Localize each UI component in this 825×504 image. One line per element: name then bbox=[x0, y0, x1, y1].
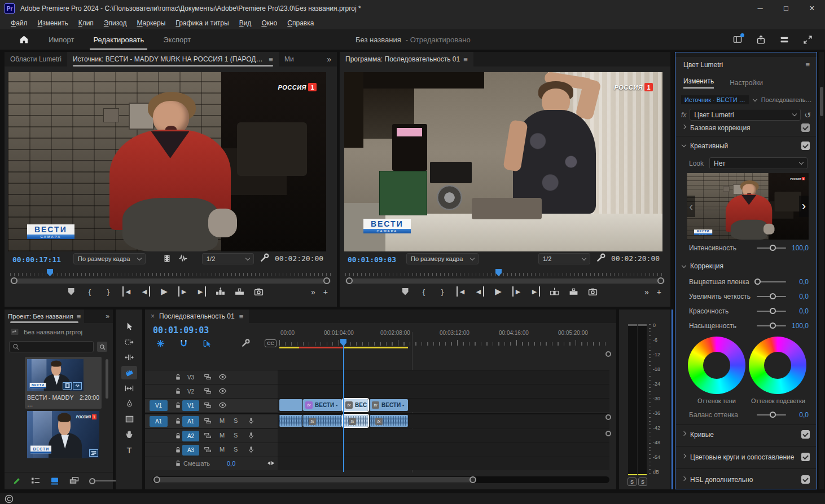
add-marker-button[interactable] bbox=[67, 286, 76, 297]
lumetri-clip-source[interactable]: Источник · ВЕСТИ … bbox=[681, 95, 749, 104]
source-settings-wrench-icon[interactable] bbox=[260, 253, 269, 263]
program-more-buttons-icon[interactable]: » bbox=[644, 288, 649, 297]
menu-graphics[interactable]: Графика и титры bbox=[170, 19, 234, 27]
lock-icon[interactable] bbox=[174, 446, 182, 454]
color-wheels-checkbox[interactable] bbox=[801, 453, 810, 461]
project-scrollbar[interactable] bbox=[106, 359, 108, 399]
program-video-frame[interactable]: РОССИЯ1 ВЕСТИСАМАРА bbox=[344, 72, 662, 251]
tab-sequence[interactable]: × Последовательность 01 ≡ bbox=[145, 310, 249, 323]
maximize-button[interactable]: □ bbox=[773, 0, 799, 17]
source-zoom-scrollbar[interactable] bbox=[10, 278, 331, 284]
program-time-ruler[interactable] bbox=[345, 269, 665, 276]
workspaces-icon[interactable] bbox=[779, 36, 789, 44]
sync-lock-icon[interactable] bbox=[204, 446, 212, 453]
tab-program-monitor[interactable]: Программа: Последовательность 01 ≡ bbox=[340, 52, 473, 67]
insert-button[interactable] bbox=[216, 286, 225, 297]
source-video-frame[interactable]: РОССИЯ1 ВЕСТИСАМАРА bbox=[8, 72, 326, 251]
tab-lumetri-scopes[interactable]: Области Lumetri bbox=[5, 52, 67, 67]
chevron-down-icon[interactable] bbox=[682, 263, 686, 267]
sync-lock-icon[interactable] bbox=[204, 387, 212, 395]
settings-waveform-icon[interactable] bbox=[178, 254, 188, 263]
share-export-icon[interactable] bbox=[756, 35, 766, 45]
export-frame-camera-icon[interactable] bbox=[588, 286, 598, 297]
section-curves[interactable]: Кривые bbox=[690, 431, 714, 439]
shadow-tint-wheel[interactable] bbox=[688, 337, 745, 394]
source-resolution-select[interactable]: 1/2 bbox=[202, 253, 254, 264]
go-to-out-button[interactable]: ▶ bbox=[531, 286, 540, 297]
lumetri-effect-select[interactable]: Цвет Lumetri bbox=[690, 109, 801, 121]
highlight-tint-wheel[interactable] bbox=[749, 337, 806, 394]
hsl-checkbox[interactable] bbox=[801, 475, 810, 484]
track-name-v1[interactable]: V1 bbox=[182, 400, 199, 411]
mute-button[interactable]: M bbox=[220, 432, 225, 439]
freeform-view-icon[interactable] bbox=[69, 477, 79, 485]
voiceover-mic-icon[interactable] bbox=[248, 417, 254, 425]
chevron-down-icon[interactable] bbox=[752, 96, 757, 101]
nest-sequence-icon[interactable] bbox=[156, 339, 165, 348]
step-back-button[interactable]: ◀ bbox=[475, 286, 484, 297]
export-frame-camera-icon[interactable] bbox=[254, 286, 264, 297]
close-tab-icon[interactable]: × bbox=[151, 312, 155, 320]
rectangle-tool[interactable] bbox=[121, 412, 137, 426]
section-correction[interactable]: Коррекция bbox=[690, 262, 723, 270]
source-more-buttons-icon[interactable]: » bbox=[311, 288, 315, 297]
panel-menu-icon[interactable]: ≡ bbox=[463, 55, 468, 64]
mute-button[interactable]: M bbox=[220, 446, 225, 453]
track-name-a1[interactable]: A1 bbox=[182, 416, 199, 427]
program-timecode[interactable]: 00:01:09:03 bbox=[348, 255, 396, 264]
basic-correction-checkbox[interactable] bbox=[801, 123, 810, 132]
captions-cc-icon[interactable]: CC bbox=[265, 339, 277, 347]
lumetri-panel-title[interactable]: Цвет Lumetri bbox=[683, 61, 723, 69]
creative-cloud-icon[interactable] bbox=[5, 494, 14, 503]
close-button[interactable]: × bbox=[799, 0, 825, 17]
tabbar-overflow-icon[interactable]: » bbox=[321, 52, 337, 67]
meter-solo-left-button[interactable]: S bbox=[627, 478, 637, 486]
timeline-vscroll-handle[interactable] bbox=[605, 431, 611, 436]
timeline-settings-wrench-icon[interactable] bbox=[241, 339, 250, 348]
solo-button[interactable]: S bbox=[234, 446, 238, 453]
chevron-right-icon[interactable] bbox=[682, 431, 686, 436]
mix-value[interactable]: 0,0 bbox=[227, 460, 235, 467]
section-creative[interactable]: Креативный bbox=[690, 142, 728, 150]
menu-edit[interactable]: Изменить bbox=[33, 19, 73, 27]
look-next-arrow-icon[interactable]: › bbox=[799, 196, 809, 217]
step-back-button[interactable]: ◀ bbox=[141, 286, 150, 297]
menu-markers[interactable]: Маркеры bbox=[131, 19, 170, 27]
source-time-ruler[interactable] bbox=[10, 269, 331, 276]
source-patch-a1[interactable]: A1 bbox=[150, 416, 168, 427]
chevron-down-icon[interactable] bbox=[682, 143, 686, 147]
project-item-sequence[interactable]: ВЕСТИ РОССИЯ1 bbox=[27, 411, 99, 458]
source-add-button-icon[interactable]: + bbox=[323, 288, 328, 297]
hscroll-handle-left[interactable] bbox=[153, 476, 160, 483]
step-forward-button[interactable]: ▶ bbox=[178, 286, 187, 297]
overwrite-button[interactable] bbox=[235, 286, 244, 297]
timeline-ruler[interactable]: 00:00 00:01:04:00 00:02:08:00 00:03:12:0… bbox=[279, 330, 609, 350]
program-add-button-icon[interactable]: + bbox=[657, 288, 661, 297]
voiceover-mic-icon[interactable] bbox=[248, 431, 254, 440]
tab-overflow-truncated[interactable]: Ми bbox=[279, 52, 300, 67]
section-basic-correction[interactable]: Базовая коррекция bbox=[690, 124, 751, 132]
mute-button[interactable]: M bbox=[220, 417, 225, 424]
panel-menu-icon[interactable]: ≡ bbox=[239, 312, 244, 321]
lock-icon[interactable] bbox=[174, 401, 182, 409]
project-breadcrumb[interactable]: Без названия.prproj bbox=[24, 329, 82, 335]
lift-button[interactable] bbox=[550, 286, 559, 297]
lock-icon[interactable] bbox=[174, 432, 182, 440]
curves-checkbox[interactable] bbox=[801, 430, 810, 439]
add-marker-button[interactable] bbox=[401, 286, 410, 297]
panel-menu-icon[interactable]: ≡ bbox=[77, 312, 81, 321]
track-name-a2[interactable]: A2 bbox=[182, 431, 199, 441]
extract-button[interactable] bbox=[569, 286, 578, 297]
timeline-clip-v1-4[interactable]: fx ВЕСТИ - bbox=[370, 399, 408, 411]
zoom-handle-right[interactable] bbox=[657, 277, 664, 284]
menu-window[interactable]: Окно bbox=[256, 19, 282, 27]
reset-effect-icon[interactable]: ↺ bbox=[804, 110, 811, 120]
selection-tool[interactable] bbox=[121, 320, 137, 333]
hscroll-handle-right[interactable] bbox=[469, 476, 476, 483]
section-color-wheels-match[interactable]: Цветовые круги и сопоставление bbox=[690, 453, 794, 461]
toggle-track-output-eye-icon[interactable] bbox=[218, 387, 227, 395]
navigate-up-icon[interactable] bbox=[10, 328, 19, 336]
icon-view-icon[interactable] bbox=[50, 477, 59, 485]
track-name-v2[interactable]: V2 bbox=[182, 386, 199, 397]
mark-in-button[interactable]: { bbox=[85, 286, 94, 297]
